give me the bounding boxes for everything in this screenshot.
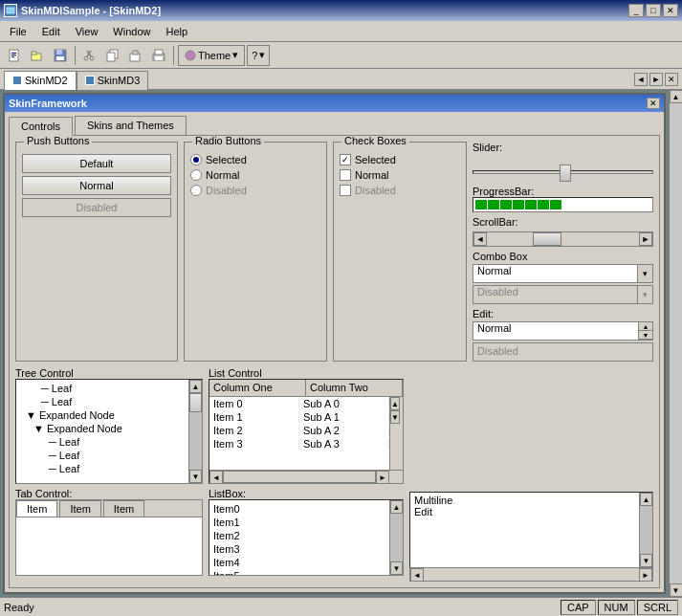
scroll-left-button[interactable]: ◄ (473, 232, 487, 246)
edit-normal-field[interactable]: Normal ▲ ▼ (473, 321, 653, 341)
spin-up-button[interactable]: ▲ (639, 322, 652, 331)
normal-button[interactable]: Normal (22, 176, 171, 195)
default-button[interactable]: Default (22, 154, 171, 173)
toolbar-new-button[interactable] (4, 45, 25, 66)
multiline-hscroll-right[interactable]: ► (639, 568, 652, 582)
tab-controls[interactable]: Controls (9, 117, 73, 136)
tab-control-section: Tab Control: Item Item Item (15, 488, 203, 576)
combo-normal-arrow[interactable]: ▾ (637, 265, 652, 282)
tree-item-0: ─ Leaf (18, 382, 187, 395)
radio-label-normal: Normal (206, 169, 239, 181)
title-controls: _ □ ✕ (628, 4, 678, 17)
list-label: List Control (209, 367, 262, 379)
multiline-hscroll-left[interactable]: ◄ (410, 568, 424, 582)
radio-normal[interactable]: Normal (190, 169, 320, 181)
svg-rect-0 (7, 8, 14, 13)
listbox-item-1[interactable]: Item1 (213, 516, 385, 529)
check-label-normal: Normal (355, 169, 388, 181)
mdi-nav-left[interactable]: ◄ (634, 73, 648, 86)
pb4 (513, 200, 524, 209)
spin-down-button[interactable]: ▼ (639, 331, 652, 340)
listbox-item-4[interactable]: Item4 (213, 556, 385, 569)
list-scroll-down[interactable]: ▼ (390, 410, 400, 424)
check-normal[interactable]: Normal (340, 169, 460, 181)
listbox-label: ListBox: (209, 488, 246, 499)
toolbar-copy-button[interactable] (102, 45, 123, 66)
title-bar-left: SkinMDISample - [SkinMD2] (4, 4, 161, 17)
listbox-scrollbar: ▲ ▼ (389, 500, 403, 575)
list-cell-2-0: Item 2 (209, 425, 299, 436)
progress-bar (473, 197, 653, 212)
check-selected[interactable]: ✓ Selected (340, 154, 460, 165)
tree-scroll-down[interactable]: ▼ (189, 470, 202, 483)
slider-track-area (473, 163, 653, 182)
list-scrollbar-v: ▲ ▼ (389, 397, 403, 470)
list-body: Item 0 Sub A 0 Item 1 Sub A 1 (209, 397, 403, 470)
tree-scroll-up[interactable]: ▲ (189, 380, 202, 393)
listbox-item-3[interactable]: Item3 (213, 542, 385, 556)
minimize-button[interactable]: _ (628, 4, 644, 17)
check-box-disabled (340, 185, 351, 196)
toolbar-theme-button[interactable]: Theme ▾ (178, 45, 245, 66)
list-cell-0-0: Item 0 (209, 398, 299, 409)
list-hscroll-left[interactable]: ◄ (209, 471, 223, 484)
mdi-tab-icon-2 (85, 76, 95, 85)
tab-skins-themes[interactable]: Skins and Themes (75, 116, 187, 135)
listbox-item-2[interactable]: Item2 (213, 529, 385, 542)
scroll-right-button[interactable]: ► (639, 232, 652, 246)
tree-label: Tree Control (15, 367, 74, 379)
tab-ctrl-tab-2[interactable]: Item (103, 500, 144, 517)
toolbar-open-button[interactable] (27, 45, 48, 66)
mdi-tab-skinmd3[interactable]: SkinMD3 (77, 71, 149, 90)
list-scroll-up[interactable]: ▲ (390, 397, 400, 410)
menu-help[interactable]: Help (158, 24, 195, 39)
inner-close-button[interactable]: ✕ (647, 98, 660, 109)
radio-selected[interactable]: Selected (190, 154, 320, 165)
tab-ctrl-tab-0[interactable]: Item (16, 500, 57, 517)
menu-view[interactable]: View (68, 24, 106, 39)
tree-scroll-thumb[interactable] (189, 393, 202, 412)
mdi-tab-label-2: SkinMD3 (98, 75, 141, 86)
mdi-tab-skinmd2[interactable]: SkinMD2 (4, 71, 77, 90)
multiline-scroll-down[interactable]: ▼ (640, 554, 652, 567)
check-label-selected: Selected (355, 154, 396, 165)
tree-container: ─ Leaf ─ Leaf ▼ Expanded Node ▼ Expanded… (15, 379, 203, 484)
close-window-button[interactable]: ✕ (663, 4, 678, 17)
listbox-scroll-up[interactable]: ▲ (390, 500, 403, 514)
scroll-thumb[interactable] (533, 232, 561, 246)
multiline-scroll-up[interactable]: ▲ (640, 493, 652, 506)
list-hscroll-right[interactable]: ► (376, 471, 389, 484)
menu-file[interactable]: File (2, 24, 34, 39)
list-cell-3-1: Sub A 3 (299, 438, 389, 450)
maximize-button[interactable]: □ (646, 4, 661, 17)
outer-scroll-up[interactable]: ▲ (670, 90, 683, 103)
multiline-container: Multiline Edit ▲ ▼ (409, 492, 653, 568)
toolbar-help-button[interactable]: ? ▾ (247, 45, 270, 66)
svg-point-12 (84, 56, 88, 60)
combo-normal[interactable]: Normal ▾ (473, 264, 653, 283)
mdi-nav-close[interactable]: ✕ (665, 73, 678, 86)
status-text: Ready (4, 602, 559, 613)
slider-thumb[interactable] (560, 165, 571, 182)
progress-section: ProgressBar: (473, 186, 653, 212)
toolbar-paste-button[interactable] (125, 45, 146, 66)
toolbar-sep-2 (173, 46, 174, 65)
toolbar-cut-button[interactable] (79, 45, 100, 66)
menu-edit[interactable]: Edit (34, 24, 68, 39)
mdi-nav-right[interactable]: ► (649, 73, 663, 86)
listbox-item-0[interactable]: Item0 (213, 502, 385, 516)
svg-rect-2 (11, 53, 16, 54)
tree-item-5: ─ Leaf (18, 449, 187, 462)
tab-content: Push Buttons Default Normal Disabled Rad… (9, 135, 660, 588)
outer-scroll-down[interactable]: ▼ (670, 583, 683, 597)
menu-window[interactable]: Window (105, 24, 158, 39)
status-cap: CAP (561, 600, 596, 615)
listbox-item-5[interactable]: Item5 (213, 569, 385, 575)
title-bar: SkinMDISample - [SkinMD2] _ □ ✕ (0, 0, 682, 21)
listbox-scroll-down[interactable]: ▼ (390, 561, 403, 575)
toolbar-save-button[interactable] (50, 45, 71, 66)
toolbar-print-button[interactable] (148, 45, 169, 66)
tab-ctrl-tab-1[interactable]: Item (59, 500, 100, 517)
list-cell-1-1: Sub A 1 (299, 411, 389, 423)
tree-item-1: ─ Leaf (18, 395, 187, 408)
